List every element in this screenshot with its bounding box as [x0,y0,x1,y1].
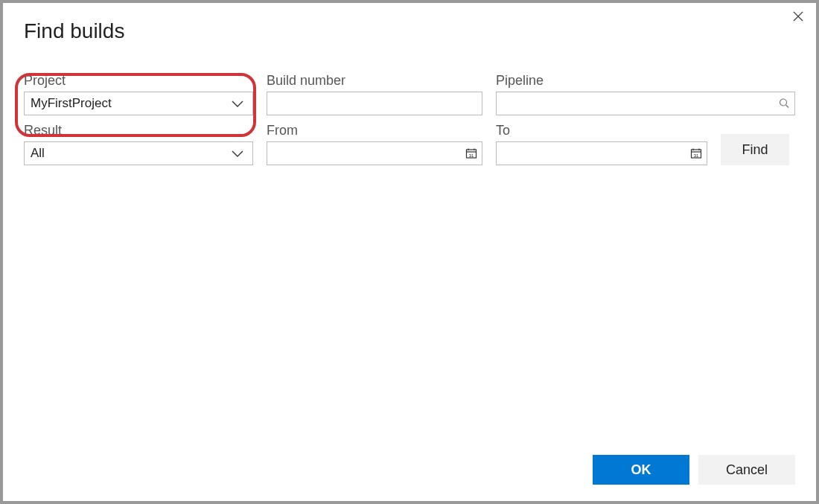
from-input[interactable]: 31 [267,141,482,165]
find-button-wrap: Find [721,123,795,165]
chevron-down-icon [229,149,246,158]
pipeline-input[interactable] [496,92,795,115]
calendar-icon: 31 [465,147,477,159]
to-label: To [496,123,707,138]
project-label: Project [24,73,253,89]
result-select[interactable]: All [24,141,253,165]
svg-text:31: 31 [694,153,699,158]
project-field: Project MyFirstProject [24,73,253,115]
svg-text:31: 31 [469,153,474,158]
result-label: Result [24,123,253,138]
find-builds-dialog: Find builds Project MyFirstProject Build… [3,3,816,501]
form-area: Project MyFirstProject Build number Pipe… [3,51,816,165]
close-button[interactable] [789,9,807,27]
pipeline-label: Pipeline [496,73,795,89]
result-value: All [31,146,229,161]
chevron-down-icon [229,99,246,108]
dialog-footer: OK Cancel [3,446,816,501]
close-icon [793,11,803,25]
build-number-field: Build number [267,73,482,115]
result-field: Result All [24,123,253,165]
find-button[interactable]: Find [721,134,789,165]
to-input[interactable]: 31 [496,141,707,165]
cancel-button[interactable]: Cancel [698,455,795,485]
project-select[interactable]: MyFirstProject [24,92,253,115]
build-number-input[interactable] [267,92,482,115]
pipeline-field: Pipeline [496,73,795,115]
search-icon [779,98,790,109]
from-field: From 31 [267,123,482,165]
project-value: MyFirstProject [31,96,229,111]
svg-line-3 [786,105,789,108]
ok-button[interactable]: OK [593,455,689,485]
dialog-title: Find builds [3,3,816,51]
calendar-icon: 31 [690,147,702,159]
svg-point-2 [780,99,787,106]
build-number-label: Build number [267,73,482,89]
from-label: From [267,123,482,138]
to-field: To 31 [496,123,707,165]
